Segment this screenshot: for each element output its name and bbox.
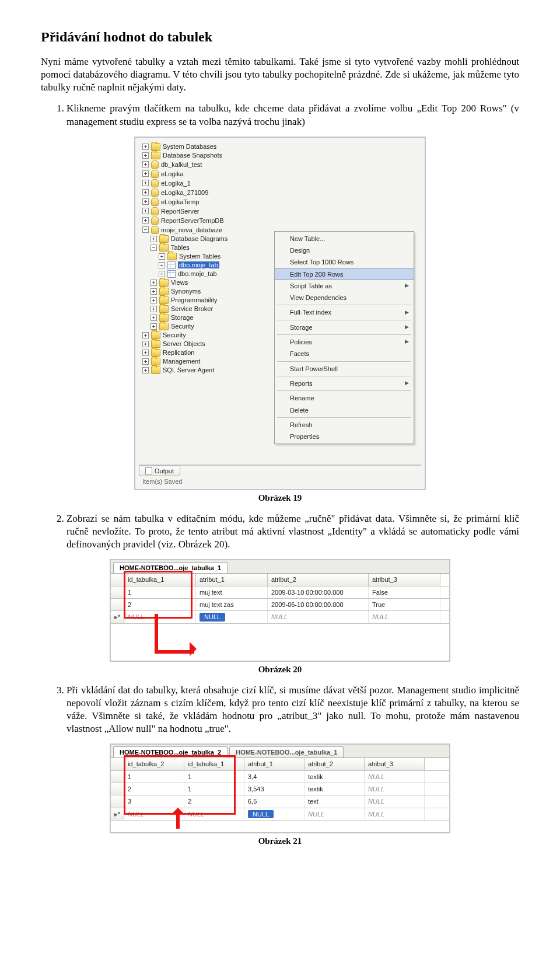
grid-cell-null[interactable]: NULL [365, 808, 425, 820]
expander-icon[interactable] [150, 245, 157, 251]
expander-icon[interactable] [150, 306, 157, 312]
tree-item[interactable]: ReportServerTempDB [161, 217, 224, 224]
tree-item[interactable]: Replication [163, 349, 194, 356]
col-header[interactable]: atribut_2 [268, 574, 369, 585]
expander-icon[interactable] [142, 152, 149, 159]
grid-cell[interactable]: 6,5 [244, 795, 304, 807]
tree-item[interactable]: eLogika [161, 170, 184, 177]
tab-tabulka1[interactable]: HOME-NOTEBOO...oje_tabulka_1 [229, 746, 344, 757]
tree-item[interactable]: ReportServer [161, 208, 199, 215]
menu-view-dependencies[interactable]: View Dependencies [275, 292, 414, 303]
tree-item[interactable]: Synonyms [171, 288, 201, 295]
expander-icon[interactable] [142, 341, 149, 347]
grid-cell[interactable]: textik [304, 783, 365, 795]
row-handle[interactable] [111, 771, 124, 783]
expander-icon[interactable] [150, 280, 157, 286]
menu-delete[interactable]: Delete [275, 404, 414, 416]
expander-icon[interactable] [150, 236, 157, 242]
menu-policies[interactable]: Policies▶ [275, 336, 414, 348]
expander-icon[interactable] [142, 332, 149, 338]
tree-item[interactable]: Views [171, 279, 188, 286]
expander-icon[interactable] [142, 217, 149, 224]
grid-cell[interactable]: muj text [196, 587, 268, 598]
tree-item[interactable]: Tables [171, 244, 190, 251]
menu-script-table-as[interactable]: Script Table as▶ [275, 280, 414, 292]
row-handle[interactable] [111, 587, 124, 598]
col-header[interactable]: atribut_1 [196, 574, 268, 585]
col-header[interactable]: atribut_3 [369, 574, 440, 585]
tree-item[interactable]: Security [163, 331, 186, 338]
menu-reports[interactable]: Reports▶ [275, 378, 414, 389]
menu-facets[interactable]: Facets [275, 348, 414, 359]
menu-new-table[interactable]: New Table... [275, 233, 414, 245]
expander-icon[interactable] [142, 189, 149, 196]
grid-cell[interactable]: True [369, 599, 440, 610]
grid-cell-null[interactable]: NULL [268, 611, 369, 623]
grid-cell-selected[interactable]: NULL [244, 808, 304, 820]
output-tab[interactable]: Output [139, 466, 180, 476]
menu-edit-top-200[interactable]: Edit Top 200 Rows [275, 268, 414, 280]
expander-icon[interactable] [142, 161, 149, 167]
expander-icon[interactable] [142, 170, 149, 177]
grid-cell[interactable]: 3,543 [244, 783, 304, 795]
grid-cell[interactable]: textik [304, 771, 365, 783]
menu-storage[interactable]: Storage▶ [275, 322, 414, 333]
tree-item[interactable]: dbo.moje_tab [178, 270, 217, 277]
tree-item[interactable]: Database Snapshots [163, 152, 222, 159]
row-handle-new[interactable]: ▸* [111, 808, 124, 820]
row-handle[interactable] [111, 783, 124, 795]
tree-item-selected[interactable]: dbo.moje_tab [178, 261, 219, 268]
grid-cell-selected[interactable]: NULL [196, 611, 268, 623]
menu-fulltext-index[interactable]: Full-Text index▶ [275, 306, 414, 318]
expander-icon[interactable] [159, 262, 165, 268]
grid-cell-null[interactable]: NULL [369, 611, 440, 623]
expander-icon[interactable] [142, 198, 149, 205]
tree-item[interactable]: System Tables [179, 253, 220, 260]
grid-cell[interactable]: 3,4 [244, 771, 304, 783]
tree-item[interactable]: System Databases [163, 143, 216, 150]
tree-item[interactable]: Service Broker [171, 305, 213, 312]
expander-icon[interactable] [142, 226, 149, 233]
grid-cell[interactable]: 2009-03-10 00:00:00.000 [268, 587, 369, 598]
row-handle-new[interactable]: ▸* [111, 611, 124, 623]
tree-item[interactable]: SQL Server Agent [163, 366, 214, 373]
col-header[interactable]: atribut_3 [365, 758, 425, 770]
grid-cell[interactable]: muj text zas [196, 599, 268, 610]
grid-cell[interactable]: 2009-06-10 00:00:00.000 [268, 599, 369, 610]
expander-icon[interactable] [150, 323, 157, 330]
grid-cell-null[interactable]: NULL [365, 783, 425, 795]
expander-icon[interactable] [150, 315, 157, 321]
tree-item[interactable]: Security [171, 323, 194, 330]
tree-item[interactable]: Database Diagrams [171, 235, 228, 242]
menu-refresh[interactable]: Refresh [275, 419, 414, 431]
expander-icon[interactable] [159, 253, 165, 260]
expander-icon[interactable] [159, 271, 165, 277]
expander-icon[interactable] [142, 350, 149, 356]
tree-item[interactable]: Server Objects [163, 340, 205, 347]
grid-cell[interactable]: False [369, 587, 440, 598]
row-handle[interactable] [111, 599, 124, 610]
row-handle[interactable] [111, 795, 124, 807]
tree-item[interactable]: Storage [171, 314, 194, 321]
expander-icon[interactable] [150, 297, 157, 303]
tree-item[interactable]: eLogikaTemp [161, 198, 199, 205]
grid-cell-null[interactable]: NULL [365, 795, 425, 807]
grid-cell[interactable]: text [304, 795, 365, 807]
tree-item[interactable]: eLogika_271009 [161, 189, 208, 196]
expander-icon[interactable] [142, 367, 149, 373]
tree-item[interactable]: db_kalkul_test [161, 161, 202, 168]
expander-icon[interactable] [142, 144, 149, 150]
menu-rename[interactable]: Rename [275, 392, 414, 404]
menu-design[interactable]: Design [275, 245, 414, 256]
grid-cell-null[interactable]: NULL [365, 771, 425, 783]
tree-item[interactable]: Management [163, 358, 200, 365]
grid-cell-null[interactable]: NULL [304, 808, 365, 820]
expander-icon[interactable] [150, 288, 157, 295]
expander-icon[interactable] [142, 358, 149, 365]
menu-start-powershell[interactable]: Start PowerShell [275, 363, 414, 375]
menu-select-top-1000[interactable]: Select Top 1000 Rows [275, 256, 414, 268]
expander-icon[interactable] [142, 208, 149, 214]
menu-properties[interactable]: Properties [275, 431, 414, 442]
tree-item[interactable]: eLogika_1 [161, 180, 191, 187]
tree-item[interactable]: Programmability [171, 296, 217, 303]
